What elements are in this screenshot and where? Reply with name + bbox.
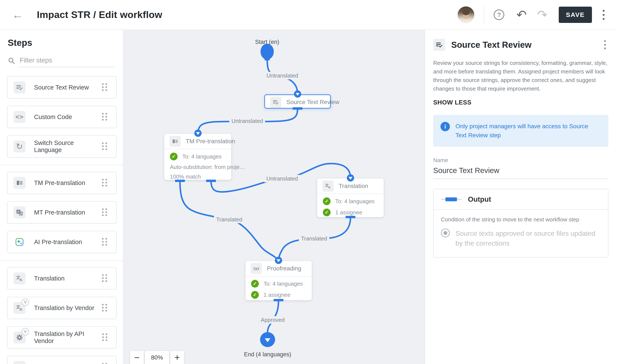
step-card-tm-pre-translation[interactable]: TM Pre-translation — [7, 172, 117, 194]
step-card-source-text-review[interactable]: Source Text Review — [7, 76, 117, 99]
filter-input-underline — [19, 55, 115, 67]
avatar[interactable] — [458, 6, 474, 23]
list-check-icon — [433, 39, 445, 51]
save-button[interactable]: SAVE — [559, 7, 592, 23]
node-source-text-review[interactable]: Source Text Review — [264, 94, 331, 109]
drag-handle-icon[interactable] — [102, 238, 107, 246]
output-header: Output — [434, 189, 608, 210]
output-option-text: Source texts approved or source files up… — [456, 228, 597, 248]
refresh-icon: ↻ — [13, 141, 26, 153]
node-row-text: 1 assignee — [335, 209, 362, 216]
node-row: ✓ 1 assignee — [251, 291, 306, 299]
output-body: Condition of the string to move to the n… — [434, 210, 608, 257]
name-field-underline — [433, 165, 608, 179]
filter-steps-input[interactable] — [19, 55, 115, 67]
node-row-text: 1 assignee — [264, 292, 291, 298]
workflow-canvas[interactable]: Source Text Review TM Pre-translation ✓ … — [123, 30, 425, 364]
name-label: Name — [433, 157, 617, 164]
step-card-translation[interactable]: A Translation — [7, 267, 117, 289]
node-row-text: 100% match — [170, 173, 201, 180]
svg-text:A: A — [20, 308, 22, 312]
step-label: Source Text Review — [34, 84, 89, 91]
undo-icon[interactable]: ↶ — [516, 9, 527, 21]
node-proofreading[interactable]: Proofreading ✓ To: 4 languages ✓ 1 assig… — [245, 261, 312, 300]
output-title: Output — [468, 195, 491, 203]
output-card: Output Condition of the string to move t… — [433, 189, 608, 258]
step-card-mt-pre-translation[interactable]: G MT Pre-translation — [7, 201, 117, 223]
node-row: 100% match — [170, 173, 226, 180]
zoom-widget: − 80% + — [130, 351, 184, 364]
edge-label: Untranslated — [264, 72, 300, 79]
step-card-custom-code[interactable]: <> Custom Code — [7, 106, 117, 128]
show-less-link[interactable]: SHOW LESS — [433, 99, 471, 106]
drag-handle-icon[interactable] — [102, 83, 107, 91]
list-check-icon — [13, 81, 26, 93]
zoom-level: 80% — [145, 351, 169, 364]
step-label: MT Pre-translation — [34, 209, 85, 216]
node-title: Proofreading — [267, 265, 301, 272]
output-port-icon — [441, 197, 461, 201]
step-card-switch-source-language[interactable]: ↻ Switch Source Language — [7, 135, 117, 157]
panel-header: Source Text Review — [433, 39, 608, 51]
translate-vendor-icon: A V — [13, 302, 26, 314]
drag-handle-icon[interactable] — [102, 333, 107, 341]
topbar: ← Impact STR / Edit workflow ? ↶ ↷ SAVE — [0, 0, 617, 30]
drag-handle-icon[interactable] — [102, 363, 107, 364]
drag-handle-icon[interactable] — [102, 179, 107, 187]
drag-handle-icon[interactable] — [102, 208, 107, 217]
gear-icon: V — [13, 331, 26, 343]
topbar-actions: ? ↶ ↷ SAVE — [458, 6, 608, 24]
more-options-icon[interactable] — [600, 8, 608, 22]
node-title: Translation — [339, 183, 368, 190]
tm-icon — [13, 177, 26, 189]
step-label: AI Pre-translation — [34, 238, 82, 246]
help-glyph: ? — [497, 11, 501, 18]
node-tm-pre-translation[interactable]: TM Pre-translation ✓ To: 4 languages Aut… — [164, 134, 231, 180]
info-icon: i — [441, 122, 450, 131]
globe-icon — [13, 361, 26, 364]
drag-handle-icon[interactable] — [102, 304, 107, 312]
code-icon: <> — [13, 111, 26, 123]
step-label: Switch Source Language — [34, 139, 102, 154]
node-row: ✓ 1 assignee — [323, 208, 378, 216]
node-title: Source Text Review — [286, 99, 339, 105]
node-row-text: To: 4 languages — [335, 198, 375, 205]
search-icon — [8, 57, 15, 65]
edge-label: Untranslated — [264, 175, 300, 182]
steps-list: Source Text Review <> Custom Code ↻ Swit… — [0, 76, 123, 364]
step-card-ai-pre-translation[interactable]: AI Pre-translation — [7, 231, 117, 253]
group-divider — [0, 260, 123, 261]
start-label: Start (en) — [255, 39, 279, 45]
zoom-in-button[interactable]: + — [170, 351, 184, 364]
step-label: TM Pre-translation — [34, 180, 85, 186]
translate-icon: A — [13, 272, 26, 284]
step-options-icon[interactable] — [602, 39, 608, 51]
step-card-translation-by-api-vendor[interactable]: V Translation by API Vendor — [7, 326, 117, 349]
check-icon: ✓ — [323, 197, 331, 205]
redo-icon[interactable]: ↷ — [537, 9, 548, 21]
step-card-crowdsourcing[interactable]: Crowdsourcing — [7, 356, 117, 364]
edge-label: Translated — [214, 216, 244, 223]
zoom-out-button[interactable]: − — [130, 351, 144, 364]
drag-handle-icon[interactable] — [102, 143, 107, 151]
step-description: Review your source strings for consisten… — [433, 59, 608, 93]
sidebar-title: Steps — [8, 38, 123, 48]
vendor-badge: V — [22, 328, 29, 335]
step-label: Translation by API Vendor — [34, 330, 102, 345]
back-button[interactable]: ← — [12, 9, 23, 20]
name-field[interactable] — [433, 165, 608, 179]
drag-handle-icon[interactable] — [102, 113, 107, 121]
step-label: Translation — [34, 275, 65, 282]
node-translation[interactable]: A Translation ✓ To: 4 languages ✓ 1 assi… — [317, 179, 384, 217]
step-label: Translation by Vendor — [34, 304, 94, 312]
radio-selected-icon[interactable] — [441, 228, 450, 237]
drag-handle-icon[interactable] — [102, 274, 107, 282]
help-icon[interactable]: ? — [494, 9, 504, 20]
list-check-icon — [270, 97, 281, 108]
svg-text:A: A — [20, 278, 22, 282]
node-row: ✓ To: 4 languages — [170, 153, 226, 160]
group-divider — [0, 165, 123, 165]
step-card-translation-by-vendor[interactable]: A V Translation by Vendor — [7, 297, 117, 319]
page-title: Impact STR / Edit workflow — [37, 9, 162, 20]
step-details-panel: Source Text Review Review your source st… — [425, 30, 617, 364]
